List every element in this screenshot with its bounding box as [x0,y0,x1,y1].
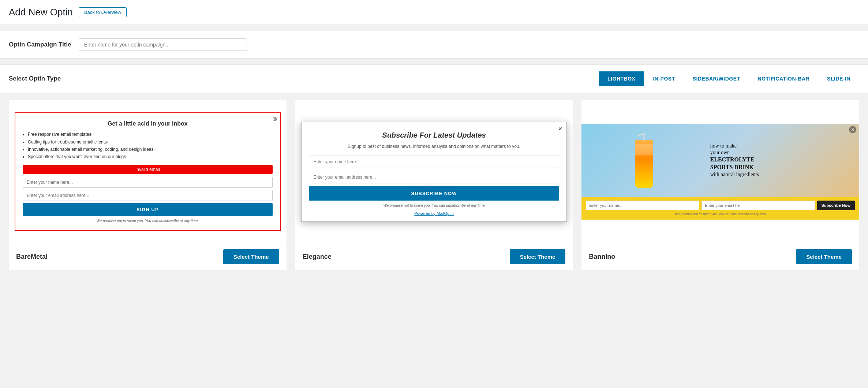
elegance-title: Subscribe For Latest Updates [309,131,560,139]
baremetal-signup-button[interactable]: SIGN UP [23,203,273,216]
baremetal-name-input[interactable] [23,177,273,188]
tab-sidebar-widget[interactable]: SIDEBAR/WIDGET [684,71,749,86]
campaign-title-label: Optin Campaign Title [9,41,71,48]
baremetal-popup: ⊗ Get a little acid in your inbox Free r… [15,112,281,231]
tab-notification-bar[interactable]: NOTIFICATION-BAR [749,71,819,86]
bannino-footnote: We promise not to spam you. You can unsu… [586,212,855,216]
bannino-headline-bold: ELECTROLYTESPORTS DRINK [710,156,754,170]
baremetal-email-input[interactable] [23,190,273,201]
baremetal-error-message: Invalid email [23,165,273,174]
themes-grid: ⊗ Get a little acid in your inbox Free r… [0,100,868,279]
campaign-title-input[interactable] [79,38,247,51]
bannino-drink-image [581,124,706,197]
elegance-popup: × Subscribe For Latest Updates Signup to… [301,122,567,222]
elegance-powered-by: Powered by MailOptin [309,211,560,216]
baremetal-title: Get a little acid in your inbox [23,120,273,127]
tab-lightbox[interactable]: LIGHTBOX [599,71,644,86]
tab-in-post[interactable]: IN-POST [644,71,684,86]
baremetal-preview: ⊗ Get a little acid in your inbox Free r… [9,100,287,243]
elegance-select-theme-button[interactable]: Select Theme [510,249,566,264]
list-item: Coding tips for troublesome email client… [28,138,273,146]
theme-card-baremetal: ⊗ Get a little acid in your inbox Free r… [9,100,287,270]
elegance-close-icon[interactable]: × [558,125,562,133]
tab-slide-in[interactable]: SLIDE-IN [818,71,859,86]
baremetal-footnote: We promise not to spam you. You can unsu… [23,219,273,223]
bannino-headline-script2: your own [710,150,730,155]
bannino-close-icon[interactable]: × [849,126,856,133]
bannino-popup: × how to make [581,124,859,220]
baremetal-select-theme-button[interactable]: Select Theme [223,249,279,264]
baremetal-theme-name: BareMetal [16,253,48,261]
back-to-overview-button[interactable]: Back to Overview [79,7,127,17]
bannino-preview: × how to make [581,100,859,243]
list-item: Innovative, actionable email marketing, … [28,146,273,153]
baremetal-close-icon[interactable]: ⊗ [272,115,277,122]
bannino-subscribe-button[interactable]: Subscribe Now [817,201,855,210]
elegance-footnote: We promise not to spam you. You can unsu… [309,204,560,208]
theme-card-elegance: × Subscribe For Latest Updates Signup to… [295,100,573,270]
page-title: Add New Optin [9,7,73,18]
bannino-form-row: Subscribe Now [586,201,855,210]
list-item: Special offers that you won't ever find … [28,153,273,160]
bannino-footer: Bannino Select Theme [581,243,859,270]
elegance-name-input[interactable] [309,156,560,168]
bannino-image-area: how to make your own ELECTROLYTESPORTS D… [581,124,859,197]
bannino-headline-end: with natural ingredients [710,172,759,177]
campaign-title-section: Optin Campaign Title [0,31,868,59]
elegance-footer: Elegance Select Theme [295,243,573,270]
elegance-theme-name: Elegance [303,253,332,261]
elegance-subtitle: Signup to best of business news, informe… [309,143,560,150]
elegance-subscribe-button[interactable]: SUBSCRIBE NOW [309,186,560,201]
bannino-headline-script1: how to make [710,143,737,149]
baremetal-footer: BareMetal Select Theme [9,243,287,270]
optin-type-tabs: LIGHTBOX IN-POST SIDEBAR/WIDGET NOTIFICA… [599,71,859,86]
optin-type-section: Select Optin Type LIGHTBOX IN-POST SIDEB… [0,64,868,93]
bannino-select-theme-button[interactable]: Select Theme [796,249,852,264]
bannino-headline-area: how to make your own ELECTROLYTESPORTS D… [707,124,859,197]
elegance-email-input[interactable] [309,171,560,183]
list-item: Free responsive email templates· [28,131,273,138]
bannino-form-area: Subscribe Now We promise not to spam you… [581,197,859,220]
baremetal-list: Free responsive email templates· Coding … [28,131,273,161]
page-header: Add New Optin Back to Overview [0,0,868,25]
bannino-theme-name: Bannino [589,253,615,261]
bannino-name-input[interactable] [586,201,699,210]
theme-card-bannino: × how to make [581,100,859,270]
bannino-email-input[interactable] [701,201,815,210]
bannino-headline: how to make your own ELECTROLYTESPORTS D… [710,143,759,178]
elegance-preview: × Subscribe For Latest Updates Signup to… [295,100,573,243]
optin-type-label: Select Optin Type [9,75,591,82]
